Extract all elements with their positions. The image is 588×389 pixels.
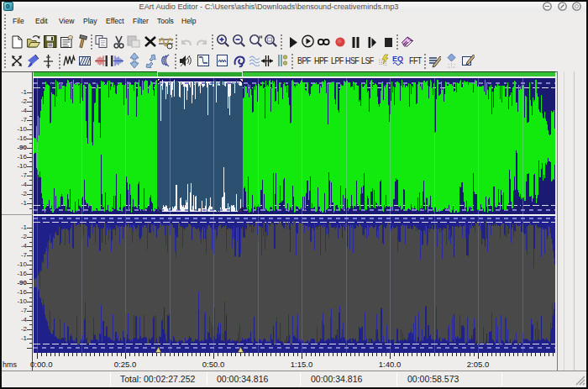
- svg-text:EQ: EQ: [392, 55, 403, 63]
